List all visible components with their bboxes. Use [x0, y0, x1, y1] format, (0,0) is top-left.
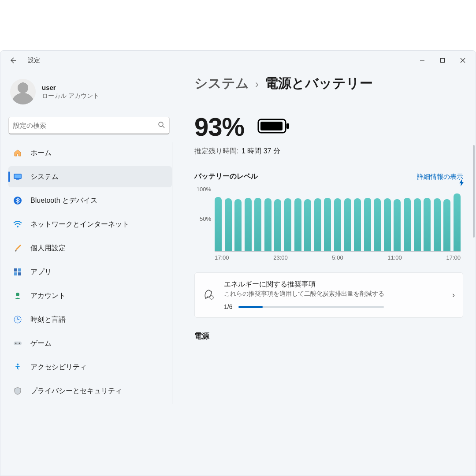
- nav-item-accounts[interactable]: アカウント: [8, 285, 172, 306]
- user-block[interactable]: user ローカル アカウント: [10, 79, 172, 104]
- svg-point-1: [159, 122, 163, 126]
- chart-bar: [294, 198, 301, 251]
- chart-bar: [443, 199, 450, 251]
- x-tick: 23:00: [273, 254, 288, 261]
- section-heading-power: 電源: [194, 331, 463, 341]
- nav-label: Bluetooth とデバイス: [30, 196, 97, 205]
- chart-bar: [245, 198, 252, 251]
- settings-window: 設定 user ローカル アカウント: [0, 50, 476, 476]
- nav-label: アカウント: [30, 291, 66, 301]
- nav-item-privacy[interactable]: プライバシーとセキュリティ: [8, 380, 172, 402]
- chart-bar: [304, 199, 311, 251]
- chart-bars: [215, 189, 461, 251]
- content: システム › 電源とバッテリー 93% 推定残り時間: 1 時間 37 分: [177, 70, 476, 476]
- account-icon: [13, 291, 22, 301]
- x-tick: 11:00: [387, 254, 402, 261]
- nav-item-accessibility[interactable]: アクセシビリティ: [8, 357, 172, 378]
- chart-bar: [284, 198, 291, 251]
- minimize-icon: [420, 58, 425, 63]
- nav-item-personalization[interactable]: 個人用設定: [8, 238, 172, 259]
- progress-count: 1/6: [224, 303, 232, 310]
- close-button[interactable]: [453, 52, 473, 69]
- maximize-button[interactable]: [432, 52, 453, 69]
- chart-bar: [424, 198, 431, 251]
- svg-point-16: [17, 364, 19, 365]
- chevron-right-icon: ›: [255, 78, 259, 90]
- nav-label: ホーム: [30, 149, 52, 158]
- search-input[interactable]: [13, 122, 158, 129]
- avatar: [10, 79, 36, 104]
- x-axis: 17:00 23:00 5:00 11:00 17:00: [194, 254, 463, 261]
- nav-item-apps[interactable]: アプリ: [8, 261, 172, 283]
- nav-label: アプリ: [30, 268, 52, 277]
- chart-bar: [334, 198, 341, 251]
- svg-rect-9: [14, 272, 17, 275]
- chart-bar: [225, 198, 232, 251]
- nav-item-system[interactable]: システム: [8, 166, 172, 187]
- titlebar: 設定: [0, 51, 476, 70]
- breadcrumb-parent[interactable]: システム: [194, 74, 249, 93]
- user-subtitle: ローカル アカウント: [42, 92, 99, 100]
- nav: ホーム システム Bluetooth とデバイス ネットワークとインターネット …: [8, 142, 172, 404]
- nav-item-network[interactable]: ネットワークとインターネット: [8, 214, 172, 235]
- sidebar: user ローカル アカウント ホーム システム: [0, 70, 177, 476]
- wifi-icon: [13, 219, 22, 229]
- svg-rect-19: [260, 122, 283, 130]
- chart-bar: [404, 198, 411, 251]
- accessibility-icon: [13, 362, 22, 372]
- scrollbar-thumb[interactable]: [473, 145, 475, 238]
- back-button[interactable]: [8, 56, 17, 65]
- chart-bar: [454, 193, 461, 251]
- details-link[interactable]: 詳細情報の表示: [417, 173, 463, 181]
- svg-point-15: [19, 343, 20, 344]
- chart-bar: [274, 199, 281, 251]
- nav-label: 個人用設定: [30, 244, 66, 253]
- globe-clock-icon: [13, 315, 22, 324]
- svg-rect-4: [16, 179, 19, 180]
- estimate-label: 推定残り時間:: [194, 147, 238, 155]
- y-tick-50: 50%: [194, 216, 211, 222]
- nav-label: ネットワークとインターネット: [30, 220, 129, 229]
- home-icon: [13, 148, 22, 158]
- x-tick: 17:00: [446, 254, 461, 261]
- nav-item-bluetooth[interactable]: Bluetooth とデバイス: [8, 190, 172, 211]
- search-box[interactable]: [8, 117, 170, 134]
- nav-item-gaming[interactable]: ゲーム: [8, 333, 172, 354]
- app-title: 設定: [28, 56, 40, 64]
- chart-header: バッテリーのレベル 詳細情報の表示: [194, 172, 463, 181]
- page-title: 電源とバッテリー: [265, 74, 373, 93]
- y-tick-100: 100%: [194, 186, 211, 193]
- chart-bar: [374, 198, 381, 251]
- breadcrumb: システム › 電源とバッテリー: [194, 74, 463, 93]
- x-tick: 17:00: [215, 254, 229, 261]
- chart-plot: [215, 186, 461, 252]
- svg-rect-7: [14, 268, 17, 271]
- battery-percent: 93%: [194, 112, 244, 141]
- shield-icon: [13, 386, 22, 396]
- user-name: user: [42, 84, 99, 91]
- energy-recommendations-card[interactable]: エネルギーに関する推奨事項 これらの推奨事項を適用して二酸化炭素排出量を削減する…: [194, 272, 463, 318]
- svg-rect-3: [15, 175, 21, 178]
- svg-rect-18: [286, 123, 289, 129]
- nav-item-home[interactable]: ホーム: [8, 142, 172, 164]
- minimize-button[interactable]: [412, 52, 432, 69]
- chart-bar: [354, 198, 361, 251]
- nav-label: プライバシーとセキュリティ: [30, 387, 122, 396]
- battery-estimate: 推定残り時間: 1 時間 37 分: [194, 147, 463, 156]
- svg-point-6: [17, 226, 19, 227]
- maximize-icon: [440, 58, 445, 63]
- card-body: エネルギーに関する推奨事項 これらの推奨事項を適用して二酸化炭素排出量を削減する…: [224, 280, 444, 310]
- svg-rect-8: [18, 268, 21, 271]
- system-icon: [13, 172, 22, 182]
- svg-point-20: [210, 296, 213, 299]
- nav-label: アクセシビリティ: [30, 363, 87, 372]
- arrow-left-icon: [9, 57, 16, 64]
- nav-item-time-language[interactable]: 時刻と言語: [8, 309, 172, 330]
- estimate-value: 1 時間 37 分: [242, 147, 280, 155]
- card-subtitle: これらの推奨事項を適用して二酸化炭素排出量を削減する: [224, 290, 444, 298]
- nav-label: システム: [30, 172, 59, 182]
- chart-bar: [215, 197, 222, 251]
- svg-point-14: [15, 343, 17, 344]
- svg-rect-0: [441, 59, 445, 63]
- leaf-icon: [203, 288, 216, 302]
